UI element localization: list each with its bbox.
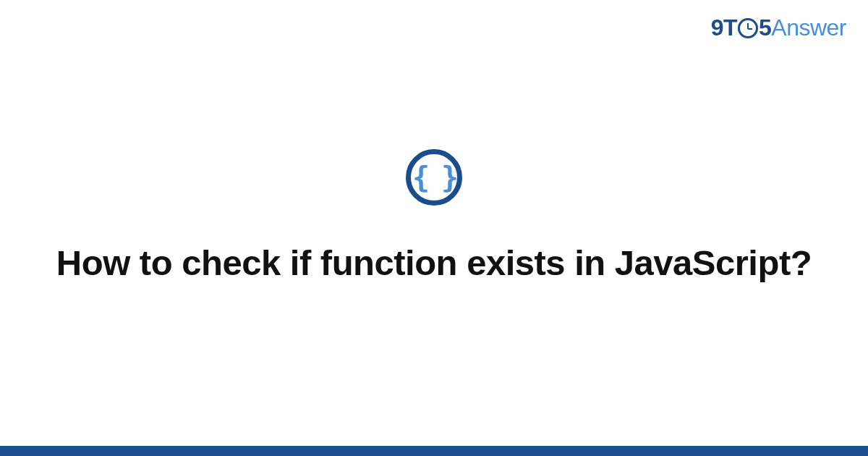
footer-bar — [0, 446, 868, 456]
logo-text-5: 5 — [759, 14, 771, 41]
question-title: How to check if function exists in JavaS… — [43, 242, 825, 285]
site-logo: 9T 5 Answer — [711, 14, 846, 41]
code-braces-icon: { } — [412, 163, 456, 192]
logo-text-9t: 9T — [711, 14, 737, 41]
main-content: { } How to check if function exists in J… — [0, 149, 868, 285]
topic-icon-circle: { } — [406, 149, 462, 206]
clock-icon — [738, 18, 758, 38]
logo-text-answer: Answer — [771, 14, 846, 41]
